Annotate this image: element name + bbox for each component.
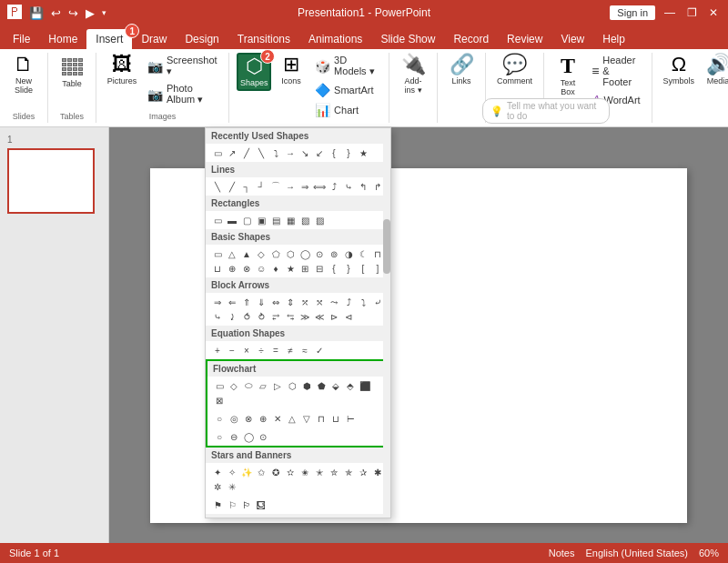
line-darrow[interactable]: ⟺	[313, 180, 326, 193]
shapes-button[interactable]: ⬡ Shapes 2	[237, 53, 271, 91]
tell-me-bar[interactable]: 💡 Tell me what you want to do	[482, 98, 610, 124]
pictures-button[interactable]: 🖼 Pictures	[104, 53, 140, 87]
tab-review[interactable]: Review	[498, 29, 551, 49]
line-straight[interactable]: ╲	[211, 180, 224, 193]
addins-icon: 🔌	[401, 55, 426, 75]
shape-star[interactable]: ★	[357, 146, 369, 159]
rect7[interactable]: ▧	[298, 214, 311, 226]
tab-view[interactable]: View	[551, 29, 593, 49]
tab-home[interactable]: Home	[39, 29, 86, 49]
textbox-button[interactable]: T TextBox	[551, 53, 584, 98]
close-button[interactable]: ✕	[706, 5, 721, 20]
screenshot-icon: 📷	[147, 59, 163, 74]
table-button[interactable]: Table	[56, 53, 88, 90]
screenshot-button[interactable]: 📷 Screenshot ▾	[144, 53, 221, 79]
block-arrows-header: Block Arrows	[206, 277, 390, 293]
chart-button[interactable]: 📊 Chart	[311, 101, 381, 119]
shape-rect[interactable]: ▭	[211, 146, 224, 159]
tab-help[interactable]: Help	[593, 29, 634, 49]
basic-shapes-header: Basic Shapes	[206, 229, 390, 245]
smartart-icon: 🔷	[315, 83, 330, 97]
screenshot-label: Screenshot ▾	[167, 55, 217, 77]
tab-file[interactable]: File	[4, 29, 39, 49]
header-footer-button[interactable]: ≡ Header & Footer	[588, 53, 643, 89]
rect2[interactable]: ▬	[226, 214, 238, 226]
new-slide-label: NewSlide	[15, 76, 33, 95]
media-button[interactable]: 🔊 Media	[702, 53, 728, 87]
tab-design[interactable]: Design	[176, 29, 228, 49]
rect8[interactable]: ▨	[313, 214, 326, 226]
shape-bracket[interactable]: {	[328, 146, 340, 159]
smartart-button[interactable]: 🔷 SmartArt	[311, 81, 381, 99]
slide-number: 1	[7, 135, 101, 145]
smartart-label: SmartArt	[334, 85, 373, 96]
rect6[interactable]: ▦	[284, 214, 297, 226]
tab-transitions[interactable]: Transitions	[228, 29, 299, 49]
shape-bracket2[interactable]: }	[342, 146, 355, 159]
redo-quick-btn[interactable]: ↪	[66, 6, 80, 20]
line-diag[interactable]: ╱	[226, 180, 238, 193]
tables-group-label: Tables	[48, 112, 96, 121]
tab-insert[interactable]: Insert 1	[86, 29, 132, 49]
new-slide-icon: 🗋	[14, 55, 34, 75]
symbols-button[interactable]: Ω Symbols	[660, 53, 699, 87]
quick-access-toolbar: 💾 ↩ ↪ ▶ ▾	[27, 6, 108, 20]
undo-quick-btn[interactable]: ↩	[49, 6, 63, 20]
flowchart-header: Flowchart	[207, 361, 389, 377]
addins-button[interactable]: 🔌 Add-ins ▾	[397, 53, 430, 96]
line-curve2[interactable]: ⤷	[342, 180, 355, 193]
customize-quick-btn[interactable]: ▾	[100, 8, 108, 17]
shape-arrow4[interactable]: ↙	[313, 146, 326, 159]
shape-line2[interactable]: ╲	[255, 146, 268, 159]
present-quick-btn[interactable]: ▶	[84, 6, 96, 20]
line-bend[interactable]: ↰	[357, 180, 369, 193]
shapes-scrollbar[interactable]	[383, 128, 390, 518]
icons-button[interactable]: ⊞ Icons	[275, 53, 308, 87]
shapes-scroll-thumb[interactable]	[383, 219, 390, 274]
callouts-header: Callouts	[206, 514, 390, 518]
shape-arrow3[interactable]: ↘	[298, 146, 311, 159]
lines-header: Lines	[206, 162, 390, 177]
maximize-button[interactable]: ❐	[684, 5, 699, 20]
rect5[interactable]: ▤	[269, 214, 282, 226]
3d-models-button[interactable]: 🎲 3D Models ▾	[311, 53, 381, 79]
notes-btn[interactable]: Notes	[549, 548, 575, 558]
chart-label: Chart	[334, 105, 359, 116]
tab-slideshow[interactable]: Slide Show	[371, 29, 444, 49]
line-curve[interactable]: ⤴	[328, 180, 340, 193]
shape-line1[interactable]: ╱	[240, 146, 253, 159]
links-button[interactable]: 🔗 Links	[445, 53, 478, 87]
equation-shapes-header: Equation Shapes	[206, 326, 390, 341]
line-arc[interactable]: ⌒	[269, 180, 282, 193]
line-bend2[interactable]: ↱	[371, 180, 384, 193]
title-bar: 🅿 💾 ↩ ↪ ▶ ▾ Presentation1 - PowerPoint S…	[0, 0, 728, 25]
ribbon-group-addins: 🔌 Add-ins ▾	[389, 53, 438, 123]
zoom-label: 60%	[699, 548, 719, 558]
tab-animations[interactable]: Animations	[299, 29, 371, 49]
links-icon: 🔗	[450, 55, 474, 75]
save-quick-btn[interactable]: 💾	[27, 6, 46, 20]
shape-arrow[interactable]: ↗	[226, 146, 238, 159]
slide-thumbnail[interactable]	[7, 148, 95, 214]
stars-shapes: ✦✧ ✨✩ ✪✫ ✬✭ ✮✯ ✰✱ ✲✳	[206, 463, 390, 496]
tab-record[interactable]: Record	[444, 29, 498, 49]
line-arrow2[interactable]: ⇒	[298, 180, 311, 193]
sign-in-button[interactable]: Sign in	[610, 5, 655, 20]
flowchart-shapes-2: ○◎ ⊗⊕ ✕△ ▽⊓ ⊔⊢	[207, 409, 389, 427]
shape-arrow2[interactable]: →	[284, 146, 297, 159]
rect4[interactable]: ▣	[255, 214, 268, 226]
rect1[interactable]: ▭	[211, 214, 224, 226]
ribbon-group-slides: 🗋 NewSlide Slides	[0, 53, 48, 123]
line-corner2[interactable]: ┘	[255, 180, 268, 193]
textbox-label: TextBox	[561, 78, 576, 96]
new-slide-button[interactable]: 🗋 NewSlide	[7, 53, 40, 96]
photo-album-button[interactable]: 📷 Photo Album ▾	[144, 81, 221, 107]
shape-curve1[interactable]: ⤵	[269, 146, 282, 159]
minimize-button[interactable]: —	[662, 5, 677, 20]
comment-button[interactable]: 💬 Comment	[493, 53, 536, 87]
line-corner1[interactable]: ┐	[240, 180, 253, 193]
rect3[interactable]: ▢	[240, 214, 253, 226]
chart-icon: 📊	[315, 103, 330, 117]
line-arrow1[interactable]: →	[284, 180, 297, 193]
title-bar-left: 🅿 💾 ↩ ↪ ▶ ▾	[7, 5, 108, 21]
